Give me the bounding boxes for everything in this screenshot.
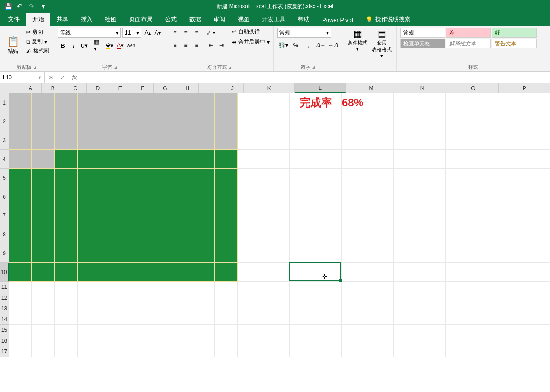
cell-E14[interactable] [100,314,123,325]
cell-C7[interactable] [55,206,78,225]
cell-I6[interactable] [192,187,215,206]
cell-O5[interactable] [446,169,498,187]
cell-A11[interactable] [9,282,32,292]
tab-视图[interactable]: 视图 [231,13,256,26]
cell-J13[interactable] [215,303,238,314]
column-header-G[interactable]: G [154,83,176,93]
cell-M3[interactable] [342,131,394,150]
cell-H3[interactable] [169,131,192,150]
cell-P5[interactable] [498,169,550,187]
cell-K11[interactable] [238,282,290,292]
cell-A9[interactable] [9,244,32,263]
cell-L9[interactable] [290,244,342,263]
decrease-indent-button[interactable]: ⇤ [206,40,216,50]
cell-D3[interactable] [78,131,100,150]
cell-L5[interactable] [290,169,342,187]
tab-审阅[interactable]: 审阅 [207,13,231,26]
cell-D9[interactable] [78,244,100,263]
cell-D10[interactable] [78,263,100,282]
align-middle-button[interactable]: ≡ [181,28,191,38]
cell-K3[interactable] [238,131,290,150]
cell-O11[interactable] [446,282,498,292]
row-header-6[interactable]: 6 [0,187,9,206]
cell-O10[interactable] [446,263,498,282]
cell-I13[interactable] [192,303,215,314]
cell-E15[interactable] [100,325,123,335]
cell-F5[interactable] [123,169,146,187]
comma-format-button[interactable]: , [302,40,314,50]
cell-N11[interactable] [394,282,446,292]
cell-C8[interactable] [55,225,78,244]
cell-C10[interactable] [55,263,78,282]
cell-A13[interactable] [9,303,32,314]
column-header-N[interactable]: N [397,83,448,93]
cell-I17[interactable] [192,346,215,357]
cell-N15[interactable] [394,325,446,335]
cell-H9[interactable] [169,244,192,263]
cell-L7[interactable] [290,206,342,225]
fx-button[interactable]: fx [70,74,79,81]
save-button[interactable]: 💾 [3,1,13,12]
cell-A2[interactable] [9,112,32,131]
align-center-button[interactable]: ≡ [181,40,191,50]
font-color-button[interactable]: A ▾ [115,40,125,50]
increase-decimal-button[interactable]: .0→ [315,40,327,50]
cell-style-常规[interactable]: 常规 [400,28,445,38]
cell-D8[interactable] [78,225,100,244]
cell-P10[interactable] [498,263,550,282]
tab-数据[interactable]: 数据 [183,13,207,26]
row-header-8[interactable]: 8 [0,225,9,244]
cell-I1[interactable] [192,93,215,112]
column-header-A[interactable]: A [19,83,42,93]
cell-N12[interactable] [394,292,446,303]
align-left-button[interactable]: ≡ [170,40,180,50]
cell-L6[interactable] [290,187,342,206]
redo-button[interactable]: ↷ [26,1,37,12]
cell-D1[interactable] [78,93,100,112]
cell-M1[interactable]: 68% [342,93,394,112]
cell-O17[interactable] [446,346,498,357]
cell-K15[interactable] [238,325,290,335]
cell-J9[interactable] [215,244,238,263]
cell-style-差[interactable]: 差 [446,28,491,38]
cell-H7[interactable] [169,206,192,225]
cell-C16[interactable] [55,335,78,346]
cell-E5[interactable] [100,169,123,187]
cell-E17[interactable] [100,346,123,357]
cell-M4[interactable] [342,150,394,169]
row-header-4[interactable]: 4 [0,150,9,169]
row-header-3[interactable]: 3 [0,131,9,150]
cell-C4[interactable] [55,150,78,169]
cell-M5[interactable] [342,169,394,187]
cell-G7[interactable] [146,206,169,225]
cell-A15[interactable] [9,325,32,335]
cell-B4[interactable] [32,150,55,169]
cell-A3[interactable] [9,131,32,150]
cell-G3[interactable] [146,131,169,150]
cell-E11[interactable] [100,282,123,292]
border-button[interactable]: ▦ ▾ [94,40,104,50]
cell-L3[interactable] [290,131,342,150]
dialog-launcher-icon[interactable]: ◢ [312,65,316,70]
column-header-E[interactable]: E [109,83,131,93]
cell-M7[interactable] [342,206,394,225]
cell-E13[interactable] [100,303,123,314]
cell-L17[interactable] [290,346,342,357]
cell-O7[interactable] [446,206,498,225]
cell-M2[interactable] [342,112,394,131]
cell-O12[interactable] [446,292,498,303]
cell-B6[interactable] [32,187,55,206]
cell-I5[interactable] [192,169,215,187]
row-header-12[interactable]: 12 [0,292,9,303]
cell-H6[interactable] [169,187,192,206]
cell-M16[interactable] [342,335,394,346]
cell-F3[interactable] [123,131,146,150]
cell-O1[interactable] [446,93,498,112]
cell-M15[interactable] [342,325,394,335]
cell-H14[interactable] [169,314,192,325]
tab-帮助[interactable]: 帮助 [292,13,316,26]
cut-button[interactable]: ✂剪切 [25,28,50,36]
cell-A16[interactable] [9,335,32,346]
undo-button[interactable]: ↶ [14,1,25,12]
tab-开发工具[interactable]: 开发工具 [256,13,292,26]
